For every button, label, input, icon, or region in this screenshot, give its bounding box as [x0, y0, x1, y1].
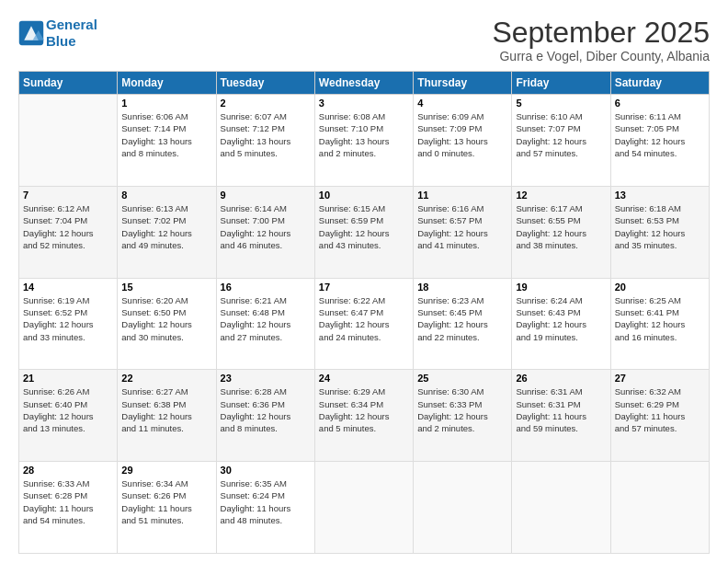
table-row: 3Sunrise: 6:08 AM Sunset: 7:10 PM Daylig… [314, 95, 413, 187]
day-info: Sunrise: 6:17 AM Sunset: 6:55 PM Dayligh… [516, 202, 606, 251]
logo-text: General Blue [46, 17, 97, 50]
table-row: 28Sunrise: 6:33 AM Sunset: 6:28 PM Dayli… [19, 462, 118, 554]
day-number: 24 [319, 373, 409, 384]
day-number: 5 [516, 98, 606, 109]
col-saturday: Saturday [610, 72, 709, 95]
day-info: Sunrise: 6:24 AM Sunset: 6:43 PM Dayligh… [516, 294, 606, 343]
table-row: 14Sunrise: 6:19 AM Sunset: 6:52 PM Dayli… [19, 278, 118, 370]
day-number: 1 [121, 98, 211, 109]
col-thursday: Thursday [414, 72, 512, 95]
col-sunday: Sunday [19, 72, 118, 95]
day-info: Sunrise: 6:15 AM Sunset: 6:59 PM Dayligh… [319, 202, 409, 251]
col-friday: Friday [512, 72, 610, 95]
table-row: 13Sunrise: 6:18 AM Sunset: 6:53 PM Dayli… [610, 186, 709, 278]
table-row: 27Sunrise: 6:32 AM Sunset: 6:29 PM Dayli… [610, 370, 709, 462]
day-info: Sunrise: 6:14 AM Sunset: 7:00 PM Dayligh… [221, 202, 311, 251]
day-number: 7 [23, 190, 113, 201]
day-info: Sunrise: 6:23 AM Sunset: 6:45 PM Dayligh… [417, 294, 507, 343]
table-row: 10Sunrise: 6:15 AM Sunset: 6:59 PM Dayli… [314, 186, 413, 278]
table-row [19, 95, 118, 187]
table-row: 16Sunrise: 6:21 AM Sunset: 6:48 PM Dayli… [216, 278, 314, 370]
day-info: Sunrise: 6:09 AM Sunset: 7:09 PM Dayligh… [417, 110, 507, 159]
day-number: 28 [23, 465, 113, 476]
logo-line1: General [46, 17, 97, 32]
day-info: Sunrise: 6:07 AM Sunset: 7:12 PM Dayligh… [221, 110, 311, 159]
table-row: 4Sunrise: 6:09 AM Sunset: 7:09 PM Daylig… [414, 95, 512, 187]
col-wednesday: Wednesday [314, 72, 413, 95]
calendar-table: Sunday Monday Tuesday Wednesday Thursday… [18, 71, 710, 554]
day-info: Sunrise: 6:20 AM Sunset: 6:50 PM Dayligh… [121, 294, 211, 343]
location-title: Gurra e Vogel, Diber County, Albania [492, 49, 710, 63]
day-number: 30 [221, 465, 311, 476]
day-info: Sunrise: 6:25 AM Sunset: 6:41 PM Dayligh… [615, 294, 705, 343]
calendar-row: 21Sunrise: 6:26 AM Sunset: 6:40 PM Dayli… [19, 370, 710, 462]
col-monday: Monday [118, 72, 216, 95]
day-number: 2 [221, 98, 311, 109]
col-tuesday: Tuesday [216, 72, 314, 95]
table-row: 7Sunrise: 6:12 AM Sunset: 7:04 PM Daylig… [19, 186, 118, 278]
day-info: Sunrise: 6:28 AM Sunset: 6:36 PM Dayligh… [221, 385, 311, 434]
logo-icon [18, 20, 44, 46]
day-number: 14 [23, 282, 113, 293]
calendar-row: 28Sunrise: 6:33 AM Sunset: 6:28 PM Dayli… [19, 462, 710, 554]
day-number: 8 [121, 190, 211, 201]
day-info: Sunrise: 6:13 AM Sunset: 7:02 PM Dayligh… [121, 202, 211, 251]
table-row: 30Sunrise: 6:35 AM Sunset: 6:24 PM Dayli… [216, 462, 314, 554]
day-info: Sunrise: 6:19 AM Sunset: 6:52 PM Dayligh… [23, 294, 113, 343]
day-info: Sunrise: 6:32 AM Sunset: 6:29 PM Dayligh… [615, 385, 705, 434]
day-number: 20 [615, 282, 705, 293]
table-row: 6Sunrise: 6:11 AM Sunset: 7:05 PM Daylig… [610, 95, 709, 187]
header: General Blue September 2025 Gurra e Voge… [18, 17, 710, 63]
month-title: September 2025 [492, 17, 710, 49]
day-info: Sunrise: 6:27 AM Sunset: 6:38 PM Dayligh… [121, 385, 211, 434]
table-row [610, 462, 709, 554]
table-row: 21Sunrise: 6:26 AM Sunset: 6:40 PM Dayli… [19, 370, 118, 462]
table-row: 11Sunrise: 6:16 AM Sunset: 6:57 PM Dayli… [414, 186, 512, 278]
day-number: 6 [615, 98, 705, 109]
header-row: Sunday Monday Tuesday Wednesday Thursday… [19, 72, 710, 95]
day-info: Sunrise: 6:10 AM Sunset: 7:07 PM Dayligh… [516, 110, 606, 159]
day-number: 22 [121, 373, 211, 384]
day-info: Sunrise: 6:22 AM Sunset: 6:47 PM Dayligh… [319, 294, 409, 343]
day-number: 16 [221, 282, 311, 293]
table-row: 18Sunrise: 6:23 AM Sunset: 6:45 PM Dayli… [414, 278, 512, 370]
day-info: Sunrise: 6:21 AM Sunset: 6:48 PM Dayligh… [221, 294, 311, 343]
page: General Blue September 2025 Gurra e Voge… [0, 0, 728, 563]
day-number: 9 [221, 190, 311, 201]
day-number: 23 [221, 373, 311, 384]
table-row: 12Sunrise: 6:17 AM Sunset: 6:55 PM Dayli… [512, 186, 610, 278]
table-row [414, 462, 512, 554]
day-number: 13 [615, 190, 705, 201]
day-number: 15 [121, 282, 211, 293]
day-number: 21 [23, 373, 113, 384]
day-number: 12 [516, 190, 606, 201]
table-row: 8Sunrise: 6:13 AM Sunset: 7:02 PM Daylig… [118, 186, 216, 278]
day-number: 25 [417, 373, 507, 384]
day-info: Sunrise: 6:18 AM Sunset: 6:53 PM Dayligh… [615, 202, 705, 251]
day-info: Sunrise: 6:34 AM Sunset: 6:26 PM Dayligh… [121, 477, 211, 526]
table-row: 23Sunrise: 6:28 AM Sunset: 6:36 PM Dayli… [216, 370, 314, 462]
table-row [512, 462, 610, 554]
calendar-row: 7Sunrise: 6:12 AM Sunset: 7:04 PM Daylig… [19, 186, 710, 278]
day-number: 11 [417, 190, 507, 201]
table-row: 20Sunrise: 6:25 AM Sunset: 6:41 PM Dayli… [610, 278, 709, 370]
table-row: 5Sunrise: 6:10 AM Sunset: 7:07 PM Daylig… [512, 95, 610, 187]
table-row: 26Sunrise: 6:31 AM Sunset: 6:31 PM Dayli… [512, 370, 610, 462]
day-info: Sunrise: 6:16 AM Sunset: 6:57 PM Dayligh… [417, 202, 507, 251]
table-row: 17Sunrise: 6:22 AM Sunset: 6:47 PM Dayli… [314, 278, 413, 370]
day-info: Sunrise: 6:12 AM Sunset: 7:04 PM Dayligh… [23, 202, 113, 251]
table-row: 2Sunrise: 6:07 AM Sunset: 7:12 PM Daylig… [216, 95, 314, 187]
title-block: September 2025 Gurra e Vogel, Diber Coun… [492, 17, 710, 63]
day-number: 27 [615, 373, 705, 384]
day-info: Sunrise: 6:29 AM Sunset: 6:34 PM Dayligh… [319, 385, 409, 434]
table-row: 25Sunrise: 6:30 AM Sunset: 6:33 PM Dayli… [414, 370, 512, 462]
day-number: 4 [417, 98, 507, 109]
table-row: 1Sunrise: 6:06 AM Sunset: 7:14 PM Daylig… [118, 95, 216, 187]
day-info: Sunrise: 6:08 AM Sunset: 7:10 PM Dayligh… [319, 110, 409, 159]
day-number: 3 [319, 98, 409, 109]
day-info: Sunrise: 6:35 AM Sunset: 6:24 PM Dayligh… [221, 477, 311, 526]
logo-line2: Blue [46, 33, 76, 49]
day-info: Sunrise: 6:33 AM Sunset: 6:28 PM Dayligh… [23, 477, 113, 526]
day-number: 10 [319, 190, 409, 201]
day-info: Sunrise: 6:30 AM Sunset: 6:33 PM Dayligh… [417, 385, 507, 434]
